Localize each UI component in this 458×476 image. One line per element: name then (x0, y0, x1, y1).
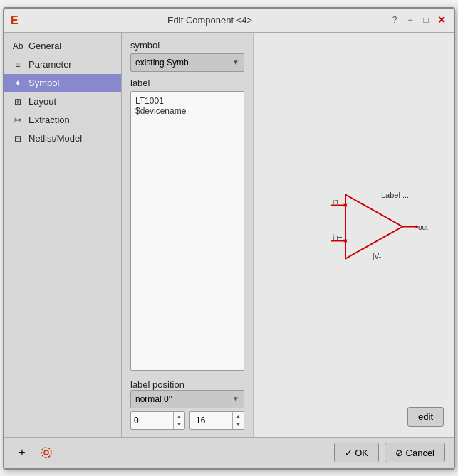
add-button[interactable]: + (13, 443, 31, 462)
svg-text:in: in (333, 197, 338, 205)
label-section-label: label (130, 78, 244, 88)
sidebar-item-extraction[interactable]: ✂ Extraction (4, 111, 121, 129)
sidebar-item-symbol[interactable]: ✦ Symbol (4, 74, 121, 92)
x-spin-arrows: ▲ ▼ (173, 412, 184, 429)
y-spin-arrows: ▲ ▼ (232, 412, 244, 429)
sidebar-label-layout: Layout (28, 96, 56, 107)
help-button[interactable]: ? (388, 14, 401, 26)
svg-text:in+: in+ (333, 233, 343, 240)
minimize-button[interactable]: − (404, 14, 417, 26)
svg-marker-1 (345, 194, 402, 258)
symbol-dropdown[interactable]: existing Symb ▼ (130, 53, 244, 72)
label-position-section: label position normal 0° ▼ 0 ▲ ▼ (130, 376, 244, 430)
sidebar-item-general[interactable]: Ab General (4, 37, 121, 55)
parameter-icon: ≡ (11, 58, 24, 71)
sidebar-item-layout[interactable]: ⊞ Layout (4, 92, 121, 111)
symbol-dropdown-value: existing Symb (135, 58, 189, 68)
settings-icon[interactable] (37, 443, 56, 462)
app-logo: E (10, 12, 26, 28)
main-content: symbol existing Symb ▼ label LT1001 $dev… (122, 33, 454, 437)
titlebar: E Edit Component <4> ? − □ ✕ (4, 9, 454, 33)
netlist-icon: ⊟ (11, 132, 24, 145)
sidebar-item-netlist[interactable]: ⊟ Netlist/Model (4, 129, 121, 148)
x-spin-up[interactable]: ▲ (174, 412, 184, 421)
symbol-dropdown-arrow: ▼ (232, 58, 239, 66)
sidebar-item-parameter[interactable]: ≡ Parameter (4, 55, 121, 74)
svg-text:out: out (418, 223, 428, 231)
symbol-preview: Label ... in in+ (331, 187, 445, 282)
position-inputs: 0 ▲ ▼ -16 ▲ ▼ (130, 411, 244, 430)
left-form: symbol existing Symb ▼ label LT1001 $dev… (122, 33, 254, 437)
general-icon: Ab (11, 40, 24, 53)
main-panel: symbol existing Symb ▼ label LT1001 $dev… (122, 33, 454, 437)
footer-left: + (13, 443, 56, 462)
label-section: label LT1001 $devicename (130, 78, 244, 371)
window-controls: ? − □ ✕ (388, 14, 448, 26)
sidebar-label-netlist: Netlist/Model (28, 133, 82, 144)
sidebar-label-general: General (28, 41, 61, 51)
label-text-area[interactable]: LT1001 $devicename (130, 91, 244, 371)
symbol-section-label: symbol (130, 40, 244, 51)
y-spinbox[interactable]: -16 ▲ ▼ (189, 411, 244, 430)
x-spin-down[interactable]: ▼ (174, 421, 184, 429)
close-button[interactable]: ✕ (435, 14, 448, 26)
svg-point-16 (44, 450, 48, 455)
x-value: 0 (131, 416, 173, 425)
ok-button[interactable]: ✓ OK (334, 443, 379, 462)
footer-right: ✓ OK ⊘ Cancel (334, 443, 445, 462)
label-text-preview: Label ... (381, 190, 409, 199)
label-position-label: label position (130, 379, 244, 390)
window-title: Edit Component <4> (31, 15, 388, 26)
sidebar-label-parameter: Parameter (28, 59, 72, 70)
svg-text:|V-: |V- (373, 252, 381, 260)
symbol-icon: ✦ (11, 77, 24, 90)
sidebar: Ab General ≡ Parameter ✦ Symbol ⊞ Layout… (4, 33, 122, 437)
layout-icon: ⊞ (11, 95, 24, 108)
y-value: -16 (190, 416, 232, 425)
sidebar-label-symbol: Symbol (28, 78, 59, 88)
svg-text:E: E (11, 14, 19, 26)
y-spin-down[interactable]: ▼ (233, 421, 244, 429)
symbol-section: symbol existing Symb ▼ (130, 40, 244, 72)
content-area: Ab General ≡ Parameter ✦ Symbol ⊞ Layout… (4, 33, 454, 437)
cancel-button[interactable]: ⊘ Cancel (385, 443, 445, 462)
extraction-icon: ✂ (11, 114, 24, 127)
position-dropdown-value: normal 0° (135, 394, 172, 404)
maximize-button[interactable]: □ (420, 14, 432, 26)
main-window: E Edit Component <4> ? − □ ✕ Ab General … (3, 7, 455, 470)
sidebar-label-extraction: Extraction (28, 115, 70, 125)
edit-button[interactable]: edit (407, 407, 444, 427)
position-dropdown[interactable]: normal 0° ▼ (130, 390, 244, 408)
x-spinbox[interactable]: 0 ▲ ▼ (130, 411, 185, 430)
y-spin-up[interactable]: ▲ (233, 412, 244, 421)
position-dropdown-arrow: ▼ (232, 395, 239, 403)
footer: + ✓ OK ⊘ Cancel (4, 437, 454, 468)
svg-point-17 (41, 448, 51, 458)
preview-area: Label ... in in+ (254, 33, 454, 437)
